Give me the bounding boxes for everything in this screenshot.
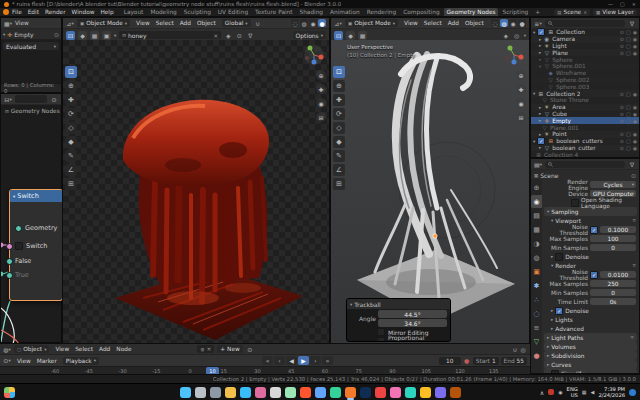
viewport-rendered-canvas[interactable]: ⊡⊕✚⟳◇◆✎∠⊞ ⊕ ✚ ◉ ⊞	[63, 40, 329, 344]
property-open-shading-language[interactable]: Open Shading Language	[542, 198, 639, 207]
tool-icon[interactable]: ⊡	[334, 31, 343, 40]
property-render-engine[interactable]: Render EngineCycles▾	[542, 180, 639, 189]
geometry-socket-icon[interactable]	[15, 225, 22, 232]
properties-tab-tool[interactable]: ⊕	[531, 181, 542, 194]
material-shading-icon[interactable]: ◉	[509, 19, 517, 27]
wireframe-shading-icon[interactable]: ◌	[291, 19, 299, 27]
properties-tab-view-layer[interactable]: ▦	[531, 223, 542, 236]
redo-checkbox-proportional-editing[interactable]: Proportional Editing	[347, 336, 450, 342]
disclosure-icon[interactable]: ▸	[539, 43, 541, 48]
new-material-button[interactable]: +New	[217, 345, 243, 353]
panel-header-curves[interactable]: ▸Curves	[544, 360, 637, 369]
workspace-tab-scripting[interactable]: Scripting	[499, 8, 531, 16]
viewport-menu-view[interactable]: View	[401, 20, 421, 26]
annotate-tool-icon[interactable]: ✎	[65, 150, 77, 162]
workspace-tab-sculpting[interactable]: Sculpting	[181, 8, 214, 16]
shader-menu-add[interactable]: Add	[96, 346, 113, 352]
properties-tab-constraints[interactable]: ≡	[531, 321, 542, 334]
transform-orientation-dropdown[interactable]: Global▾	[222, 19, 251, 27]
properties-tab-physics[interactable]: ◌	[531, 307, 542, 320]
outliner-row-sphere-003[interactable]: ▽Sphere.003	[531, 83, 639, 90]
properties-tab-world[interactable]: ◍	[531, 251, 542, 264]
disable-viewport-icon[interactable]: ▢	[626, 29, 631, 35]
viewport-menu-view[interactable]: View	[133, 20, 153, 26]
rendered-shading-icon[interactable]: ●	[518, 19, 526, 27]
maximize-button[interactable]: ▢	[620, 1, 625, 7]
node-group-name-field[interactable]: ⊟honey ×	[119, 31, 221, 39]
next-keyframe-button[interactable]: ›	[310, 356, 321, 365]
outliner-row-light[interactable]: ▸☀Light⊙▢◉	[531, 43, 639, 50]
outliner-row-plane-001[interactable]: ▽Plane.001	[531, 124, 639, 131]
panel-header-simplify[interactable]: ▸Simplify	[544, 369, 637, 373]
tray-chevron-icon[interactable]: ∧	[540, 389, 544, 396]
properties-tab-scene[interactable]: ◑	[531, 237, 542, 250]
tool-icon[interactable]: ▣	[102, 31, 111, 40]
checkbox-icon[interactable]: ✓	[590, 226, 598, 234]
current-frame-field[interactable]: 10	[439, 357, 461, 365]
viewport-menu-select[interactable]: Select	[153, 20, 177, 26]
pin-icon[interactable]: ⊙	[54, 31, 59, 38]
workspace-tab-geometry-nodes[interactable]: Geometry Nodes	[444, 8, 499, 16]
disable-render-camera-icon[interactable]: ◉	[633, 145, 637, 151]
node-input-false[interactable]: False	[10, 255, 62, 267]
preset-icon[interactable]: ≡	[632, 218, 636, 223]
panel-header-subdivision[interactable]: ▸Subdivision	[544, 351, 637, 360]
play-button[interactable]: ▶	[298, 356, 309, 365]
network-icon[interactable]: ▦	[582, 389, 587, 395]
minimize-button[interactable]: —	[608, 1, 613, 7]
playback-dropdown[interactable]: Playback▾	[63, 357, 99, 365]
tool-icon[interactable]: ◆	[346, 31, 355, 40]
taskbar-app-start[interactable]	[180, 387, 191, 398]
fake-user-shield-icon[interactable]: ◈	[224, 31, 232, 39]
outliner-row-stone-throne[interactable]: ▽Stone Throne	[531, 97, 639, 104]
properties-tab-render[interactable]: ◉	[531, 195, 542, 208]
hide-viewport-eye-icon[interactable]: ⊙	[620, 118, 624, 124]
subpanel-header-advanced[interactable]: ▸Advanced	[542, 324, 639, 333]
add-cube-tool-icon[interactable]: ⊞	[65, 178, 77, 190]
move-tool-icon[interactable]: ✚	[65, 94, 77, 106]
timeline-menu-view[interactable]: View	[14, 358, 34, 364]
close-button[interactable]: ×	[632, 1, 636, 7]
menu-file[interactable]: File	[9, 9, 25, 15]
outliner-row-camera[interactable]: ▸◉Camera⊙▢◉	[531, 36, 639, 43]
frame-start-field[interactable]: Start1	[473, 357, 499, 365]
taskbar-app-blender[interactable]	[345, 387, 356, 398]
editor-type-icon[interactable]: ⊿▾	[66, 19, 74, 27]
prev-keyframe-button[interactable]: ‹	[274, 356, 285, 365]
disable-viewport-icon[interactable]: ▢	[626, 138, 631, 144]
filter-icon[interactable]: ∇	[628, 19, 636, 27]
taskbar-app-opera[interactable]	[300, 387, 311, 398]
tool-icon[interactable]: ▦	[358, 31, 367, 40]
checkbox-icon[interactable]: ✓	[555, 307, 563, 315]
options-dropdown[interactable]: Options▾	[293, 31, 326, 39]
disable-viewport-icon[interactable]: ▢	[626, 36, 631, 42]
property-value-field[interactable]: Cycles▾	[590, 181, 636, 188]
property-min-samples[interactable]: Min Samples0	[542, 288, 639, 297]
shader-menu-view[interactable]: View	[52, 346, 72, 352]
view-layer-selector[interactable]: ▦View Layer	[593, 9, 637, 16]
taskbar-app-file-explorer[interactable]	[225, 387, 236, 398]
filter-icon[interactable]: ∇	[628, 160, 636, 168]
taskbar-app-app-red[interactable]	[375, 387, 386, 398]
timeline-ruler[interactable]: -60-45-30-15015304560759010512013510	[0, 366, 530, 374]
hide-viewport-eye-icon[interactable]: ⊙	[620, 138, 624, 144]
shader-menu-node[interactable]: Node	[113, 346, 134, 352]
panel-header-volumes[interactable]: ▸Volumes	[544, 342, 637, 351]
frame-end-field[interactable]: End55	[501, 357, 527, 365]
tool-icon[interactable]: ◆	[78, 31, 87, 40]
property-noise-threshold[interactable]: Noise Threshold✓0.0100	[542, 270, 639, 279]
checkbox-icon[interactable]	[571, 199, 579, 207]
workspace-tab-rendering[interactable]: Rendering	[364, 8, 400, 16]
disable-viewport-icon[interactable]: ▢	[626, 111, 631, 117]
taskbar-app-app-ball[interactable]	[390, 387, 401, 398]
outliner-display-mode-icon[interactable]: ≡▾	[534, 19, 542, 27]
jump-start-button[interactable]: «	[262, 356, 273, 365]
disable-viewport-icon[interactable]: ▢	[626, 91, 631, 97]
property-value-field[interactable]: 0	[590, 244, 636, 251]
overlays-toggle-icon[interactable]: ◎	[519, 345, 527, 353]
expand-icon[interactable]: ▾	[3, 32, 5, 37]
outliner-row-empty[interactable]: ▸✛Empty⊙▢◉	[531, 117, 639, 124]
menu-help[interactable]: Help	[97, 9, 116, 15]
move-tool-icon[interactable]: ✚	[333, 94, 345, 106]
language-indicator[interactable]: ENGUS	[567, 386, 578, 398]
